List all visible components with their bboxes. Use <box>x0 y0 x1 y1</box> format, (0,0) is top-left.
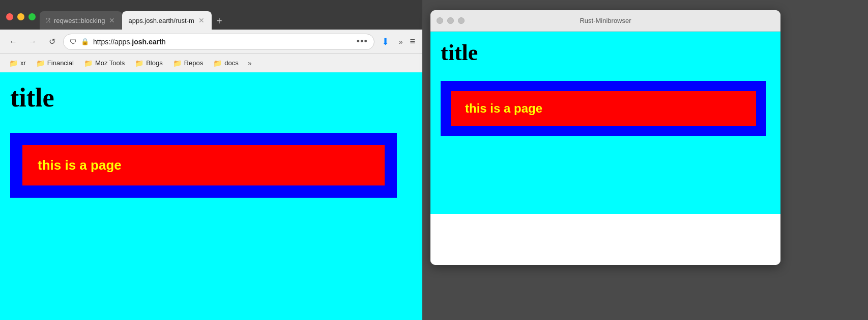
rust-page-body-text: this is a page <box>465 101 542 115</box>
window-controls <box>6 13 36 30</box>
reload-icon: ↺ <box>49 37 55 46</box>
forward-icon: → <box>28 37 37 46</box>
close-button[interactable] <box>6 13 13 20</box>
tab-favicon: ℛ <box>46 17 51 24</box>
more-arrows-button[interactable]: » <box>397 38 405 46</box>
rust-maximize-button[interactable] <box>458 17 465 24</box>
bookmark-label: Financial <box>47 59 74 67</box>
nav-bar: ← → ↺ 🛡 🔒 https://apps.josh.earth ••• ⬇ … <box>0 30 422 54</box>
minimize-button[interactable] <box>17 13 24 20</box>
bookmark-financial[interactable]: 📁 Financial <box>32 57 78 69</box>
folder-icon: 📁 <box>213 59 222 67</box>
folder-icon: 📁 <box>36 59 45 67</box>
red-content-box: this is a page <box>22 145 385 185</box>
bookmark-repos[interactable]: 📁 Repos <box>169 57 208 69</box>
address-bar[interactable]: 🛡 🔒 https://apps.josh.earth ••• <box>63 34 374 50</box>
bookmark-moz-tools[interactable]: 📁 Moz Tools <box>80 57 129 69</box>
rust-window-title: Rust-Minibrowser <box>580 17 631 24</box>
back-icon: ← <box>9 37 17 46</box>
tab-close-button[interactable]: ✕ <box>197 17 206 24</box>
rust-blue-bordered-box: this is a page <box>441 81 766 136</box>
new-tab-button[interactable]: + <box>212 14 227 30</box>
tab-close-button[interactable]: ✕ <box>108 17 116 24</box>
bookmark-label: xr <box>20 59 26 67</box>
download-button[interactable]: ⬇ <box>378 34 394 50</box>
bookmark-blogs[interactable]: 📁 Blogs <box>131 57 167 69</box>
folder-icon: 📁 <box>173 59 182 67</box>
shield-icon: 🛡 <box>70 38 77 46</box>
bookmarks-more-button[interactable]: » <box>246 59 254 67</box>
bookmarks-bar: 📁 xr 📁 Financial 📁 Moz Tools 📁 Blogs 📁 R… <box>0 54 422 72</box>
reload-button[interactable]: ↺ <box>44 34 60 50</box>
menu-button[interactable]: ≡ <box>408 36 417 47</box>
rust-minimize-button[interactable] <box>447 17 454 24</box>
rust-minibrowser-window: Rust-Minibrowser title this is a page <box>430 10 780 265</box>
bookmark-docs[interactable]: 📁 docs <box>209 57 242 69</box>
rust-page-content: title this is a page <box>430 32 780 214</box>
firefox-window: ℛ reqwest::blocking ✕ apps.josh.earth/ru… <box>0 0 422 320</box>
forward-button[interactable]: → <box>24 34 41 50</box>
folder-icon: 📁 <box>135 59 143 67</box>
download-icon: ⬇ <box>382 36 389 47</box>
bookmark-label: docs <box>224 59 238 67</box>
tab-apps-josh[interactable]: apps.josh.earth/rust-m ✕ <box>122 11 211 30</box>
firefox-title-bar: ℛ reqwest::blocking ✕ apps.josh.earth/ru… <box>0 0 422 30</box>
firefox-page-content: title this is a page <box>0 72 422 320</box>
rust-title-bar: Rust-Minibrowser <box>430 10 780 32</box>
blue-bordered-box: this is a page <box>10 133 397 198</box>
maximize-button[interactable] <box>28 13 36 20</box>
rust-window-controls <box>437 17 465 24</box>
tab-label: reqwest::blocking <box>54 17 105 24</box>
tabs-bar: ℛ reqwest::blocking ✕ apps.josh.earth/ru… <box>40 11 422 30</box>
rust-close-button[interactable] <box>437 17 443 24</box>
rust-red-content-box: this is a page <box>451 91 756 126</box>
back-button[interactable]: ← <box>5 34 21 50</box>
address-text: https://apps.josh.earth <box>93 38 353 46</box>
bookmark-label: Blogs <box>146 59 163 67</box>
page-title: title <box>10 83 412 113</box>
page-body-text: this is a page <box>38 157 122 173</box>
rust-white-area <box>430 214 780 265</box>
bookmark-label: Moz Tools <box>95 59 125 67</box>
lock-icon: 🔒 <box>81 38 89 45</box>
tab-reqwest[interactable]: ℛ reqwest::blocking ✕ <box>40 11 122 30</box>
address-bold: josh.eart <box>132 38 161 46</box>
more-button[interactable]: ••• <box>357 36 368 47</box>
folder-icon: 📁 <box>9 59 18 67</box>
bookmark-xr[interactable]: 📁 xr <box>5 57 30 69</box>
rust-page-title: title <box>441 40 770 66</box>
bookmark-label: Repos <box>184 59 204 67</box>
folder-icon: 📁 <box>84 59 93 67</box>
tab-label: apps.josh.earth/rust-m <box>128 17 194 24</box>
